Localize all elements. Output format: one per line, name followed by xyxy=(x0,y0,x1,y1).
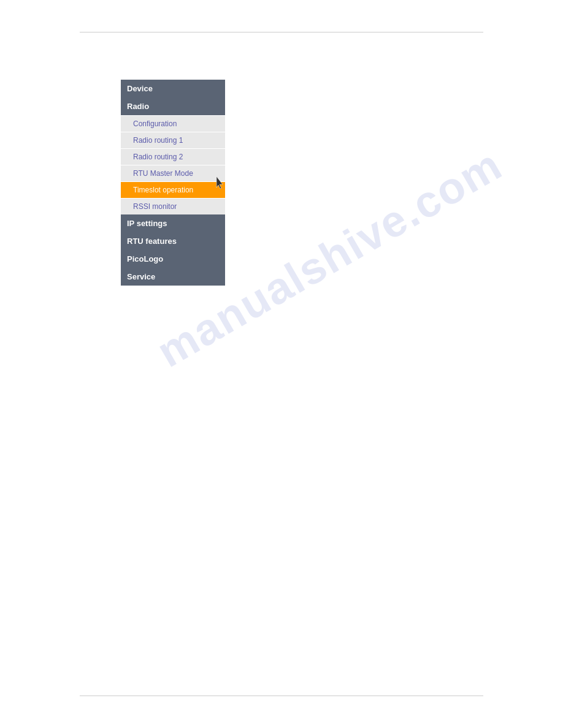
bottom-rule xyxy=(80,696,483,696)
sidebar-item-rssi-monitor[interactable]: RSSI monitor xyxy=(121,198,225,214)
sidebar-category-ip-settings[interactable]: IP settings xyxy=(121,214,225,232)
sidebar-item-configuration[interactable]: Configuration xyxy=(121,115,225,132)
top-rule xyxy=(80,32,483,32)
sidebar-category-radio[interactable]: Radio xyxy=(121,97,225,115)
sidebar-category-service[interactable]: Service xyxy=(121,268,225,286)
sidebar-item-radio-routing-2[interactable]: Radio routing 2 xyxy=(121,148,225,165)
sidebar-category-device[interactable]: Device xyxy=(121,80,225,97)
sidebar-item-timeslot-operation[interactable]: Timeslot operation xyxy=(121,181,225,198)
sidebar-item-rtu-master-mode[interactable]: RTU Master Mode xyxy=(121,165,225,181)
sidebar: Device Radio Configuration Radio routing… xyxy=(121,80,225,286)
sidebar-category-rtu-features[interactable]: RTU features xyxy=(121,232,225,250)
sidebar-item-radio-routing-1[interactable]: Radio routing 1 xyxy=(121,132,225,148)
sidebar-category-pico-logo[interactable]: PicoLogo xyxy=(121,250,225,268)
